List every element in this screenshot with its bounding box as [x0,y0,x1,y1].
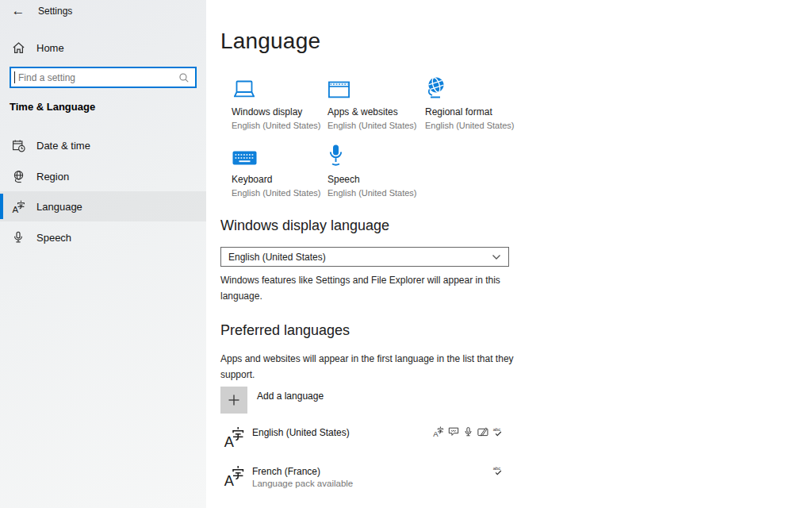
sidebar-item-label: Region [36,171,69,183]
svg-text:A: A [12,205,18,214]
microphone-icon [327,143,421,167]
display-language-icon: A [433,426,444,437]
tile-value: English (United States) [327,121,421,130]
speech-recognition-icon [463,426,473,437]
tile-value: English (United States) [232,121,325,130]
selected-indicator [0,194,3,219]
tile-label: Apps & websites [327,106,421,117]
sidebar-item-label: Date & time [36,140,90,152]
tile-value: English (United States) [425,121,519,130]
window-title: Settings [38,6,72,17]
globe-icon [425,75,519,99]
sidebar-item-speech[interactable]: Speech [0,222,206,252]
language-row-english[interactable]: A English (United States) A [220,424,522,456]
language-name: English (United States) [252,427,350,438]
keyboard-icon [232,143,325,167]
tile-label: Regional format [425,106,519,117]
language-feature-icons: abc [432,465,504,476]
language-row-french[interactable]: A French (France) Language pack availabl… [220,463,522,495]
search-input[interactable] [15,72,178,83]
display-language-heading: Windows display language [220,217,389,234]
tile-value: English (United States) [232,188,325,198]
sidebar-item-date-time[interactable]: Date & time [0,130,206,160]
tile-label: Keyboard [232,174,325,185]
page-title: Language [220,29,320,54]
preferred-languages-description: Apps and websites will appear in the fir… [220,352,523,383]
sidebar-item-label: Language [36,201,82,213]
svg-text:A: A [224,473,235,487]
sidebar-item-region[interactable]: Region [0,161,206,191]
svg-text:A: A [433,429,439,437]
browser-window-icon [327,75,421,99]
tile-label: Windows display [232,106,325,117]
language-settings-page: Language Windows display English (United… [206,0,812,508]
handwriting-icon [477,426,488,437]
home-icon [11,40,25,55]
preferred-languages-heading: Preferred languages [220,322,350,339]
tile-speech[interactable]: Speech English (United States) [327,143,421,198]
language-a-char-icon: A [224,425,245,452]
tile-label: Speech [327,174,421,185]
display-language-dropdown[interactable]: English (United States) [220,247,509,267]
text-to-speech-icon [448,426,459,437]
language-pack-note: Language pack available [252,479,353,488]
svg-text:abc: abc [493,427,501,432]
globe-stand-icon [11,169,25,183]
add-language-button[interactable]: Add a language [220,387,324,414]
display-language-description: Windows features like Settings and File … [220,273,515,305]
svg-text:abc: abc [493,466,501,471]
back-button[interactable]: ← [8,2,29,21]
home-label: Home [36,42,64,54]
sidebar-item-label: Speech [36,232,71,244]
dropdown-selected-value: English (United States) [228,252,492,263]
settings-sidebar: ← Settings Home Time & Language [0,0,206,508]
sidebar-item-language[interactable]: A Language [0,191,206,221]
basic-typing-icon: abc [492,426,504,437]
plus-icon [220,387,247,414]
tile-apps-websites[interactable]: Apps & websites English (United States) [327,75,421,130]
svg-text:A: A [224,434,235,448]
tile-keyboard[interactable]: Keyboard English (United States) [232,143,325,198]
language-feature-icons: A [432,426,504,437]
language-a-char-icon: A [11,199,25,214]
language-a-char-icon: A [224,464,245,491]
sidebar-section-title: Time & Language [10,101,95,113]
sidebar-item-home[interactable]: Home [11,38,64,57]
chevron-down-icon [492,254,501,260]
tile-windows-display[interactable]: Windows display English (United States) [232,75,325,130]
calendar-clock-icon [11,138,25,152]
search-box[interactable] [10,67,197,88]
add-language-label: Add a language [257,391,324,414]
search-icon[interactable] [178,72,190,83]
laptop-icon [232,75,325,99]
basic-typing-icon: abc [492,465,504,476]
tile-value: English (United States) [327,188,421,198]
language-name: French (France) [252,466,320,477]
tile-regional-format[interactable]: Regional format English (United States) [425,75,519,130]
microphone-icon [11,230,25,244]
